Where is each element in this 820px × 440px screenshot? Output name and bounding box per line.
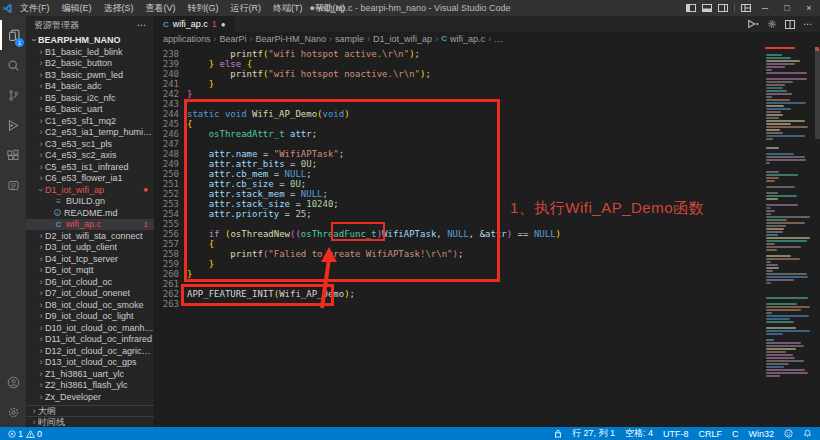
tree-item[interactable]: ›B1_basic_led_blink xyxy=(26,46,154,58)
menu-item[interactable]: 帮助(H) xyxy=(309,2,352,15)
line-number-gutter[interactable]: 2382392402412422432442452462472482492502… xyxy=(155,49,179,309)
line-number[interactable]: 249 xyxy=(155,159,179,169)
lock-icon[interactable] xyxy=(554,429,562,438)
tree-item[interactable]: ›C4_e53_sc2_axis xyxy=(26,150,154,162)
tree-item[interactable]: ›D7_iot_cloud_onenet xyxy=(26,288,154,300)
menu-item[interactable]: 转到(G) xyxy=(182,2,225,15)
line-number[interactable]: 250 xyxy=(155,169,179,179)
search-icon[interactable] xyxy=(0,50,26,80)
code-line[interactable]: { xyxy=(187,119,760,129)
tree-item[interactable]: ›C6_e53_flower_ia1 xyxy=(26,173,154,185)
tree-item[interactable]: ›D11_iot_cloud_oc_infrared xyxy=(26,334,154,346)
status-item[interactable]: 行 27, 列 1 xyxy=(572,427,615,440)
code-line[interactable]: printf("wifi hotspot active.\r\n"); xyxy=(187,49,760,59)
tree-item[interactable]: ›D12_iot_cloud_oc_agriculture xyxy=(26,345,154,357)
tree-item[interactable]: ›D1_iot_wifi_ap● xyxy=(26,184,154,196)
status-item[interactable]: C xyxy=(732,427,739,440)
line-number[interactable]: 251 xyxy=(155,179,179,189)
line-number[interactable]: 243 xyxy=(155,99,179,109)
modified-dot-icon[interactable]: ● xyxy=(221,20,226,29)
tree-item[interactable]: Cwifi_ap.c1 xyxy=(26,219,154,231)
tree-item[interactable]: ›B5_basic_i2c_nfc xyxy=(26,92,154,104)
code-line[interactable]: attr.name = "WifiAPTask"; xyxy=(187,149,760,159)
line-number[interactable]: 239 xyxy=(155,59,179,69)
tree-item[interactable]: ›B3_basic_pwm_led xyxy=(26,69,154,81)
line-number[interactable]: 257 xyxy=(155,239,179,249)
menu-item[interactable]: 终端(T) xyxy=(267,2,309,15)
menu-item[interactable]: 选择(S) xyxy=(98,2,140,15)
customize-layout-icon[interactable] xyxy=(738,0,754,16)
breadcrumb-item[interactable]: sample xyxy=(335,34,364,44)
minimize-button[interactable]: ─ xyxy=(754,0,776,16)
account-icon[interactable] xyxy=(0,367,26,397)
code-line[interactable]: } xyxy=(187,89,760,99)
timeline-section[interactable]: › 时间线 xyxy=(26,416,154,427)
feedback-smiley-icon[interactable] xyxy=(784,429,793,438)
code-line[interactable] xyxy=(187,299,760,309)
line-number[interactable]: 263 xyxy=(155,299,179,309)
tree-item[interactable]: ›D10_iot_cloud_oc_manhole_co... xyxy=(26,322,154,334)
line-number[interactable]: 242 xyxy=(155,89,179,99)
code-line[interactable] xyxy=(187,279,760,289)
explorer-more-icon[interactable]: ⋯ xyxy=(137,20,146,30)
run-debug-icon[interactable] xyxy=(0,110,26,140)
code-editor[interactable]: 2382392402412422432442452462472482492502… xyxy=(155,45,820,427)
line-number[interactable]: 238 xyxy=(155,49,179,59)
tree-item[interactable]: ›C2_e53_ia1_temp_humi_pls xyxy=(26,127,154,139)
line-number[interactable]: 258 xyxy=(155,249,179,259)
line-number[interactable]: 240 xyxy=(155,69,179,79)
code-line[interactable]: } xyxy=(187,269,760,279)
notifications-bell-icon[interactable] xyxy=(803,429,812,438)
breadcrumb-item[interactable]: BearPi-HM_Nano xyxy=(256,34,327,44)
line-number[interactable]: 260 xyxy=(155,269,179,279)
code-line[interactable] xyxy=(187,99,760,109)
line-number[interactable]: 246 xyxy=(155,129,179,139)
tree-item[interactable]: ›Z2_hi3861_flash_ylc xyxy=(26,380,154,392)
code-line[interactable]: attr.cb_size = 0U; xyxy=(187,179,760,189)
breadcrumb-item[interactable]: wifi_ap.c xyxy=(450,34,485,44)
status-item[interactable]: 空格: 4 xyxy=(625,427,653,440)
menu-item[interactable]: 运行(R) xyxy=(225,2,268,15)
tab-wifi-ap-c[interactable]: C wifi_ap.c 1 ● xyxy=(155,16,234,32)
breadcrumb-item[interactable]: applications xyxy=(163,34,211,44)
split-editor-icon[interactable] xyxy=(785,20,795,29)
scrollbar-thumb[interactable] xyxy=(815,49,820,139)
code-line[interactable] xyxy=(187,219,760,229)
extensions-icon[interactable] xyxy=(0,140,26,170)
close-button[interactable]: × xyxy=(798,0,820,16)
toggle-secondary-sidebar-icon[interactable] xyxy=(715,0,731,16)
settings-gear-icon[interactable] xyxy=(0,397,26,427)
menu-item[interactable]: 查看(V) xyxy=(140,2,182,15)
tree-item[interactable]: ›Z1_hi3861_uart_ylc xyxy=(26,368,154,380)
run-file-icon[interactable] xyxy=(747,19,759,29)
line-number[interactable]: 252 xyxy=(155,189,179,199)
line-number[interactable]: 245 xyxy=(155,119,179,129)
breadcrumb-item[interactable]: D1_iot_wifi_ap xyxy=(373,34,432,44)
code-line[interactable]: } else { xyxy=(187,59,760,69)
code-line[interactable]: { xyxy=(187,239,760,249)
line-number[interactable]: 248 xyxy=(155,149,179,159)
line-number[interactable]: 262 xyxy=(155,289,179,299)
problems-errors[interactable]: 1 xyxy=(8,429,23,439)
tree-item[interactable]: ›D5_iot_mqtt xyxy=(26,265,154,277)
more-actions-icon[interactable]: ⋯ xyxy=(803,19,812,29)
line-number[interactable]: 255 xyxy=(155,219,179,229)
status-item[interactable]: CRLF xyxy=(698,427,722,440)
source-control-icon[interactable] xyxy=(0,80,26,110)
line-number[interactable]: 253 xyxy=(155,199,179,209)
breadcrumb-item[interactable]: BearPi xyxy=(220,34,247,44)
tree-item[interactable]: ›B6_basic_uart xyxy=(26,104,154,116)
tree-item[interactable]: ≡BUILD.gn xyxy=(26,196,154,208)
code-line[interactable]: if (osThreadNew((osThreadFunc_t)WifiAPTa… xyxy=(187,229,760,239)
tree-item[interactable]: ›D9_iot_cloud_oc_light xyxy=(26,311,154,323)
tree-item[interactable]: ›D6_iot_cloud_oc xyxy=(26,276,154,288)
line-number[interactable]: 241 xyxy=(155,79,179,89)
restore-button[interactable]: □ xyxy=(776,0,798,16)
explorer-header[interactable]: 资源管理器 ⋯ xyxy=(26,16,154,34)
toggle-sidebar-icon[interactable] xyxy=(683,0,699,16)
status-item[interactable]: UTF-8 xyxy=(663,427,689,440)
code-line[interactable]: printf("wifi hotspot noactive.\r\n"); xyxy=(187,69,760,79)
code-line[interactable]: attr.priority = 25; xyxy=(187,209,760,219)
outline-section[interactable]: › 大纲 xyxy=(26,405,154,416)
code-line[interactable]: attr.stack_size = 10240; xyxy=(187,199,760,209)
